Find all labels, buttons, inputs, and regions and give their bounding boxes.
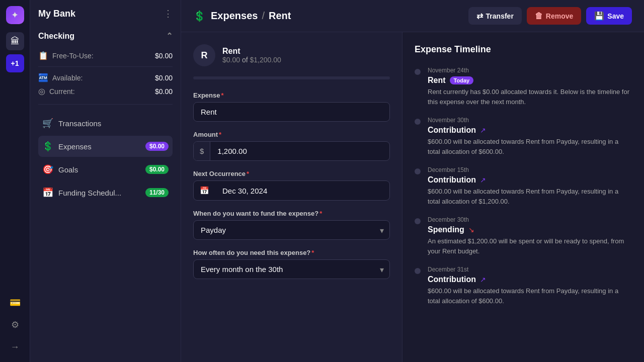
header: 💲 Expenses / Rent ⇄ Transfer 🗑 Remove 💾 … [181, 0, 644, 32]
fund-when-select[interactable]: Payday Beginning of Month End of Month [193, 220, 390, 240]
sidebar: My Bank ⋮ Checking ⌃ 📋 Free-To-Use: $0.0… [30, 0, 181, 362]
timeline-desc-4: $600.00 will be allocated towards Rent f… [428, 286, 632, 306]
expense-field-group: Expense * [193, 92, 390, 122]
expense-field-label: Expense * [193, 92, 390, 99]
logo-symbol: ✦ [11, 10, 19, 21]
amount-input[interactable] [210, 142, 389, 160]
timeline-date-2: December 15th [428, 166, 632, 173]
timeline-panel: Expense Timeline November 24th Rent Toda… [403, 32, 644, 362]
timeline-dot-2 [415, 168, 421, 174]
contribution-up-arrow-2: ↗ [480, 176, 486, 184]
account-section: Checking ⌃ 📋 Free-To-Use: $0.00 🏧 Availa… [38, 27, 173, 105]
account-selector[interactable]: Checking ⌃ [38, 27, 173, 45]
expense-form-panel: R Rent $0.00 of $1,200.00 Expense * [181, 32, 403, 362]
next-occurrence-label: Next Occurrence * [193, 170, 390, 177]
payment-icon[interactable]: 💳 [6, 294, 24, 312]
contribution-up-arrow-1: ↗ [480, 126, 486, 134]
expense-current-amount: $0.00 [222, 56, 240, 64]
current-icon: ◎ [38, 86, 45, 96]
timeline-event-0: Rent [428, 76, 446, 85]
timeline-date-3: December 30th [428, 216, 632, 223]
save-icon: 💾 [594, 11, 604, 21]
expense-of: of [242, 56, 250, 64]
fund-when-select-wrapper: Payday Beginning of Month End of Month ▾ [193, 220, 390, 240]
spending-down-arrow: ↘ [468, 226, 474, 234]
sidebar-title: My Bank [38, 9, 75, 19]
timeline-item-3: December 30th Spending ↘ An estimated $1… [415, 216, 632, 256]
transfer-button[interactable]: ⇄ Transfer [468, 7, 522, 25]
timeline-date-4: December 31st [428, 266, 632, 273]
content-area: R Rent $0.00 of $1,200.00 Expense * [181, 32, 644, 362]
sidebar-item-funding-schedule[interactable]: 📅 Funding Schedul... 11/30 [38, 182, 173, 203]
frequency-select[interactable]: Every month on the 30th Every two weeks … [193, 259, 390, 279]
timeline-date-1: November 30th [428, 117, 632, 124]
amount-field-label: Amount * [193, 131, 390, 138]
timeline-dot-0 [415, 69, 421, 75]
sidebar-header: My Bank ⋮ [38, 8, 173, 19]
breadcrumb-current: Rent [269, 10, 291, 22]
amount-field-group: Amount * $ [193, 131, 390, 161]
sidebar-item-expenses[interactable]: 💲 Expenses $0.00 [38, 136, 173, 157]
timeline-item-4: December 31st Contribution ↗ $600.00 wil… [415, 266, 632, 306]
sidebar-item-transactions[interactable]: 🛒 Transactions [38, 113, 173, 134]
expenses-badge: $0.00 [145, 142, 169, 151]
sidebar-item-goals[interactable]: 🎯 Goals $0.00 [38, 159, 173, 180]
transfer-icon: ⇄ [476, 11, 483, 21]
sidebar-menu-icon[interactable]: ⋮ [164, 8, 173, 19]
bottom-nav-icons: 💳 ⚙ → [6, 294, 24, 356]
timeline-dot-4 [415, 268, 421, 274]
bank-nav-icon[interactable]: 🏛 [6, 32, 24, 50]
goals-badge: $0.00 [145, 165, 169, 174]
frequency-select-wrapper: Every month on the 30th Every two weeks … [193, 259, 390, 279]
expense-name-input[interactable] [193, 102, 390, 122]
expense-avatar: R [193, 44, 215, 66]
main-content: 💲 Expenses / Rent ⇄ Transfer 🗑 Remove 💾 … [181, 0, 644, 362]
fund-when-field-group: When do you want to fund the expense? * … [193, 210, 390, 240]
notification-nav-icon[interactable]: +1 [6, 54, 24, 72]
account-chevron-icon: ⌃ [166, 31, 173, 41]
goals-label: Goals [58, 165, 78, 174]
breadcrumb-parent: Expenses [211, 10, 258, 22]
account-name: Checking [38, 32, 74, 41]
timeline-event-4: Contribution [428, 275, 476, 284]
timeline-item-1: November 30th Contribution ↗ $600.00 wil… [415, 117, 632, 156]
settings-icon[interactable]: ⚙ [6, 316, 24, 334]
sidebar-nav: 🛒 Transactions 💲 Expenses $0.00 🎯 Goals … [38, 113, 173, 203]
timeline-dot-3 [415, 218, 421, 224]
free-to-use-label: Free-To-Use: [52, 52, 94, 60]
timeline-item-0: November 24th Rent Today Rent currently … [415, 67, 632, 107]
next-occurrence-input[interactable] [215, 182, 389, 200]
fund-when-label: When do you want to fund the expense? * [193, 210, 390, 217]
timeline-badge-today: Today [450, 76, 474, 84]
funding-schedule-label: Funding Schedul... [58, 189, 121, 197]
save-label: Save [607, 12, 624, 20]
timeline-event-2: Contribution [428, 175, 476, 185]
available-value: $0.00 [155, 74, 173, 82]
stat-divider-1 [38, 66, 173, 67]
logout-icon[interactable]: → [6, 338, 24, 356]
timeline-title: Expense Timeline [415, 44, 632, 55]
available-label: Available: [52, 74, 83, 82]
app-logo: ✦ [6, 6, 24, 24]
amount-input-wrapper: $ [193, 141, 390, 161]
next-occurrence-field-group: Next Occurrence * 📅 [193, 170, 390, 201]
stat-available: 🏧 Available: $0.00 [38, 73, 173, 82]
expense-name: Rent [222, 47, 281, 56]
timeline-date-0: November 24th [428, 67, 632, 74]
funding-schedule-badge: 11/30 [145, 188, 169, 197]
timeline-desc-2: $600.00 will be allocated towards Rent f… [428, 187, 632, 206]
timeline-desc-1: $600.00 will be allocated towards Rent f… [428, 137, 632, 156]
frequency-label: How often do you need this expense? * [193, 249, 390, 256]
current-value: $0.00 [155, 87, 173, 96]
free-to-use-value: $0.00 [155, 52, 173, 60]
contribution-up-arrow-4: ↗ [480, 276, 486, 284]
stat-free-to-use: 📋 Free-To-Use: $0.00 [38, 51, 173, 60]
transactions-label: Transactions [58, 119, 101, 128]
save-button[interactable]: 💾 Save [586, 7, 632, 25]
amount-prefix: $ [194, 142, 210, 160]
available-icon: 🏧 [38, 73, 48, 82]
expenses-icon: 💲 [42, 141, 53, 152]
timeline-items: November 24th Rent Today Rent currently … [415, 67, 632, 306]
timeline-event-1: Contribution [428, 126, 476, 135]
remove-button[interactable]: 🗑 Remove [527, 7, 581, 25]
